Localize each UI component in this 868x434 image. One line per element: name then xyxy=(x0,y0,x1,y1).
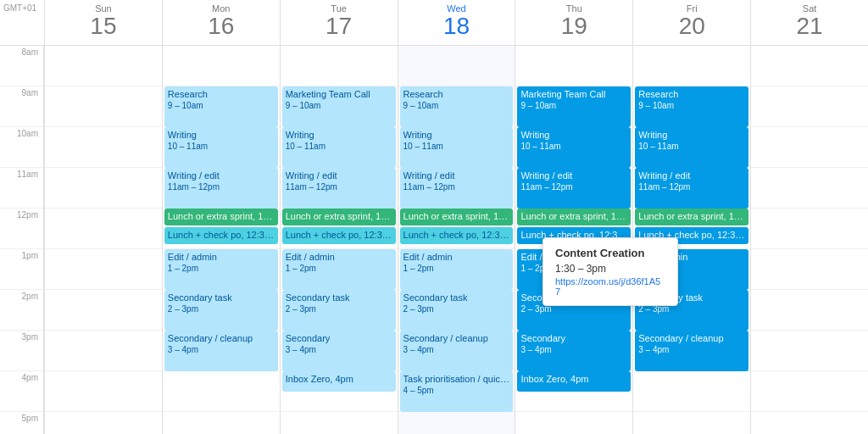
event-title: Lunch or extra sprint, 12pm xyxy=(520,210,627,222)
calendar-event[interactable]: Inbox Zero, 4pm xyxy=(282,371,396,392)
hour-row xyxy=(163,371,280,412)
calendar-event[interactable]: Writing10 – 11am xyxy=(635,127,748,168)
event-title: Lunch + check po, 12:30pm xyxy=(403,229,510,241)
calendar-event[interactable]: Research9 – 10am xyxy=(164,86,278,127)
hour-row xyxy=(751,371,868,412)
day-number: 15 xyxy=(45,14,162,40)
time-column: 8am9am10am11am12pm1pm2pm3pm4pm5pm xyxy=(0,46,44,434)
hour-row xyxy=(751,412,868,434)
event-time: 10 – 11am xyxy=(638,141,745,152)
days-grid: Research9 – 10amWriting10 – 11amWriting … xyxy=(44,46,868,434)
calendar-event[interactable]: Research9 – 10am xyxy=(400,86,514,127)
hour-row xyxy=(633,412,750,434)
event-title: Lunch or extra sprint, 12pm xyxy=(403,210,510,222)
event-title: Secondary xyxy=(520,332,627,344)
event-time: 3 – 4pm xyxy=(403,344,510,355)
tooltip-title: Content Creation xyxy=(555,247,665,259)
calendar-event[interactable]: Writing10 – 11am xyxy=(517,127,631,168)
calendar-event[interactable]: Marketing Team Call9 – 10am xyxy=(517,86,631,127)
calendar-event[interactable]: Edit / admin1 – 2pm xyxy=(164,249,278,290)
event-title: Writing / edit xyxy=(168,170,275,181)
calendar-event[interactable]: Edit / admin1 – 2pm xyxy=(400,249,514,290)
event-time: 9 – 10am xyxy=(520,100,627,111)
event-time: 1 – 2pm xyxy=(403,263,510,274)
hour-row xyxy=(633,371,750,412)
event-time: 10 – 11am xyxy=(403,141,510,152)
hour-row xyxy=(45,46,162,86)
hour-row xyxy=(45,331,162,371)
calendar-event[interactable]: Secondary / cleanup3 – 4pm xyxy=(400,331,514,371)
day-number: 20 xyxy=(633,14,750,40)
calendar-event[interactable]: Lunch or extra sprint, 12pm xyxy=(164,209,278,225)
time-label-5pm: 5pm xyxy=(0,412,43,434)
event-title: Writing / edit xyxy=(286,170,392,181)
event-title: Writing / edit xyxy=(638,170,745,181)
calendar-event[interactable]: Lunch + check po, 12:30pm xyxy=(164,227,278,244)
event-title: Edit / admin xyxy=(168,251,275,263)
calendar-event[interactable]: Writing10 – 11am xyxy=(400,127,514,168)
time-label-1pm: 1pm xyxy=(0,249,43,290)
event-tooltip: Content Creation 1:30 – 3pm https://zoom… xyxy=(542,237,678,306)
day-col-17: Marketing Team Call9 – 10amWriting10 – 1… xyxy=(280,46,398,434)
calendar-event[interactable]: Writing / edit11am – 12pm xyxy=(282,168,396,209)
day-col-16: Research9 – 10amWriting10 – 11amWriting … xyxy=(162,46,280,434)
calendar-event[interactable]: Lunch or extra sprint, 12pm xyxy=(400,209,514,225)
hour-row xyxy=(751,249,868,290)
hour-row xyxy=(163,46,280,86)
calendar-event[interactable]: Writing / edit11am – 12pm xyxy=(635,168,748,209)
event-time: 9 – 10am xyxy=(286,100,392,111)
calendar-event[interactable]: Writing / edit11am – 12pm xyxy=(517,168,631,209)
calendar-event[interactable]: Marketing Team Call9 – 10am xyxy=(282,86,396,127)
calendar-event[interactable]: Research9 – 10am xyxy=(635,86,748,127)
event-title: Research xyxy=(168,88,275,100)
time-label-10am: 10am xyxy=(0,127,43,168)
hour-row xyxy=(751,46,868,86)
calendar-event[interactable]: Secondary3 – 4pm xyxy=(282,331,396,371)
calendar-event[interactable]: Lunch or extra sprint, 12pm xyxy=(282,209,396,225)
event-title: Writing xyxy=(520,129,627,141)
day-number: 17 xyxy=(281,14,398,40)
calendar-event[interactable]: Secondary / cleanup3 – 4pm xyxy=(635,331,748,371)
calendar-event[interactable]: Secondary task2 – 3pm xyxy=(164,290,278,331)
event-time: 9 – 10am xyxy=(168,100,275,111)
event-title: Task prioritisation / quick ta… xyxy=(403,373,510,385)
day-number: 21 xyxy=(751,14,868,40)
hour-row xyxy=(45,412,162,434)
event-time: 9 – 10am xyxy=(403,100,510,111)
event-title: Research xyxy=(638,88,745,100)
event-time: 10 – 11am xyxy=(286,141,392,152)
event-time: 3 – 4pm xyxy=(520,344,627,355)
calendar-event[interactable]: Task prioritisation / quick ta…4 – 5pm xyxy=(400,371,514,412)
hour-row xyxy=(751,127,868,168)
hour-row xyxy=(751,86,868,127)
calendar-event[interactable]: Lunch + check po, 12:30pm xyxy=(282,227,396,244)
event-title: Writing xyxy=(168,129,275,141)
event-title: Marketing Team Call xyxy=(286,88,392,100)
calendar-event[interactable]: Writing10 – 11am xyxy=(282,127,396,168)
event-time: 1 – 2pm xyxy=(286,263,392,274)
hour-row xyxy=(163,412,280,434)
calendar-event[interactable]: Writing / edit11am – 12pm xyxy=(164,168,278,209)
calendar-event[interactable]: Secondary3 – 4pm xyxy=(517,331,631,371)
calendar-event[interactable]: Lunch or extra sprint, 12pm xyxy=(517,209,631,225)
event-title: Secondary / cleanup xyxy=(168,332,275,344)
hour-row xyxy=(281,412,398,434)
event-time: 3 – 4pm xyxy=(168,344,275,355)
header-day-20: Fri 20 xyxy=(632,0,750,45)
calendar-event[interactable]: Secondary task2 – 3pm xyxy=(400,290,514,331)
calendar-event[interactable]: Lunch or extra sprint, 12pm xyxy=(635,209,748,225)
calendar-event[interactable]: Writing10 – 11am xyxy=(164,127,278,168)
calendar-event[interactable]: Inbox Zero, 4pm xyxy=(517,371,631,392)
calendar-event[interactable]: Edit / admin1 – 2pm xyxy=(282,249,396,290)
time-label-11am: 11am xyxy=(0,168,43,209)
header-day-21: Sat 21 xyxy=(750,0,868,45)
event-title: Inbox Zero, 4pm xyxy=(286,373,392,385)
hour-row xyxy=(45,127,162,168)
calendar-event[interactable]: Secondary task2 – 3pm xyxy=(282,290,396,331)
day-number: 19 xyxy=(515,14,632,40)
calendar-event[interactable]: Writing / edit11am – 12pm xyxy=(400,168,514,209)
day-number: 16 xyxy=(163,14,280,40)
calendar-event[interactable]: Secondary / cleanup3 – 4pm xyxy=(164,331,278,371)
hour-row xyxy=(633,46,750,86)
calendar-event[interactable]: Lunch + check po, 12:30pm xyxy=(400,227,514,244)
